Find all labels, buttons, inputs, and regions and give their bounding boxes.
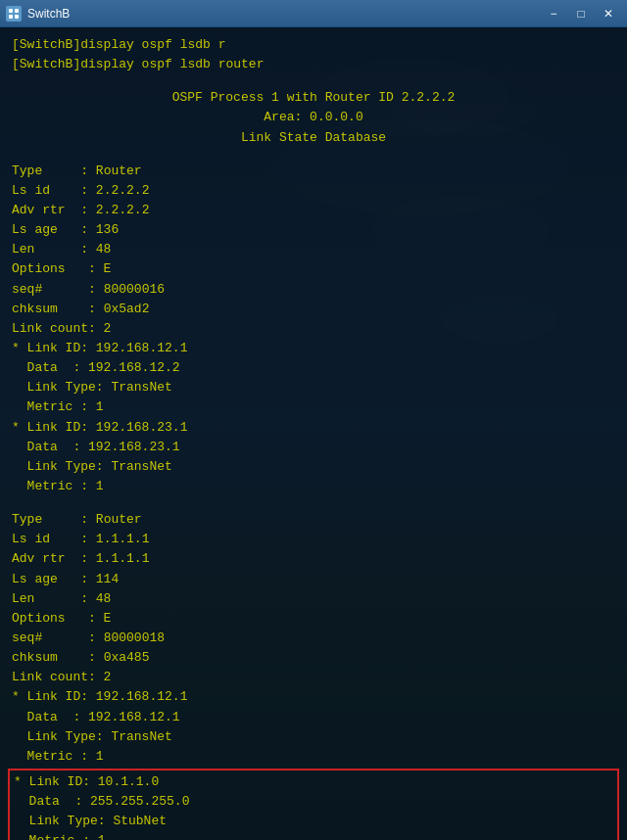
entry1-linkcount: Link count: 2 xyxy=(12,319,615,339)
spacer-2 xyxy=(12,148,615,162)
prompt-line-2: [SwitchB]display ospf lsdb router xyxy=(12,55,615,74)
entry1-lsid: Ls id : 2.2.2.2 xyxy=(12,181,615,201)
prompt-line-1: [SwitchB]display ospf lsdb r xyxy=(12,35,615,55)
entry2-link2-type: Link Type: StubNet xyxy=(14,812,613,831)
svg-rect-1 xyxy=(15,9,19,13)
entry1-seq: seq# : 80000016 xyxy=(12,280,615,300)
entry1-link1-metric: Metric : 1 xyxy=(12,397,615,417)
spacer-3 xyxy=(12,496,615,510)
entry2-link1-data: Data : 192.168.12.1 xyxy=(12,708,615,727)
entry2-type: Type : Router xyxy=(12,510,615,530)
entry1-link2-type: Link Type: TransNet xyxy=(12,457,615,477)
entry2-advrtr: Adv rtr : 1.1.1.1 xyxy=(12,549,615,569)
header-line-1: OSPF Process 1 with Router ID 2.2.2.2 xyxy=(12,88,615,108)
entry2-lsage: Ls age : 114 xyxy=(12,570,615,589)
entry1-type: Type : Router xyxy=(12,162,615,181)
entry2-lsid: Ls id : 1.1.1.1 xyxy=(12,530,615,549)
entry1-link2-metric: Metric : 1 xyxy=(12,477,615,496)
header-line-3: Link State Database xyxy=(12,128,615,148)
svg-rect-0 xyxy=(9,9,13,13)
entry2-seq: seq# : 80000018 xyxy=(12,629,615,648)
entry1-link1-data: Data : 192.168.12.2 xyxy=(12,358,615,378)
entry1-lsage: Ls age : 136 xyxy=(12,220,615,240)
entry2-link2-metric: Metric : 1 xyxy=(14,831,613,840)
entry2-linkcount: Link count: 2 xyxy=(12,668,615,687)
header-line-2: Area: 0.0.0.0 xyxy=(12,108,615,127)
close-button[interactable]: ✕ xyxy=(596,4,621,23)
window-controls: − □ ✕ xyxy=(541,4,621,23)
terminal-body: [SwitchB]display ospf lsdb r [SwitchB]di… xyxy=(0,27,627,840)
titlebar-left: SwitchB xyxy=(6,6,70,22)
entry2-link2-id: * Link ID: 10.1.1.0 xyxy=(14,772,613,792)
entry1-options: Options : E xyxy=(12,259,615,279)
entry2-link2-data: Data : 255.255.255.0 xyxy=(14,792,613,812)
svg-rect-3 xyxy=(15,15,19,19)
spacer-1 xyxy=(12,74,615,88)
entry1-len: Len : 48 xyxy=(12,240,615,259)
maximize-button[interactable]: □ xyxy=(568,4,594,23)
entry2-link1-type: Link Type: TransNet xyxy=(12,727,615,747)
svg-rect-2 xyxy=(9,15,13,19)
app-icon xyxy=(6,6,22,22)
entry1-link2-data: Data : 192.168.23.1 xyxy=(12,438,615,457)
entry1-link1-id: * Link ID: 192.168.12.1 xyxy=(12,339,615,358)
entry2-link1-metric: Metric : 1 xyxy=(12,747,615,767)
entry1-advrtr: Adv rtr : 2.2.2.2 xyxy=(12,201,615,220)
entry2-len: Len : 48 xyxy=(12,589,615,609)
window-title: SwitchB xyxy=(27,7,70,21)
entry1-link1-type: Link Type: TransNet xyxy=(12,378,615,397)
highlighted-link-section: * Link ID: 10.1.1.0 Data : 255.255.255.0… xyxy=(8,769,619,840)
entry1-link2-id: * Link ID: 192.168.23.1 xyxy=(12,418,615,438)
entry2-chksum: chksum : 0xa485 xyxy=(12,648,615,668)
entry1-chksum: chksum : 0x5ad2 xyxy=(12,300,615,319)
entry2-link1-id: * Link ID: 192.168.12.1 xyxy=(12,687,615,707)
entry2-options: Options : E xyxy=(12,609,615,629)
titlebar: SwitchB − □ ✕ xyxy=(0,0,627,27)
main-window: SwitchB − □ ✕ [SwitchB]display ospf lsdb… xyxy=(0,0,627,840)
minimize-button[interactable]: − xyxy=(541,4,566,23)
